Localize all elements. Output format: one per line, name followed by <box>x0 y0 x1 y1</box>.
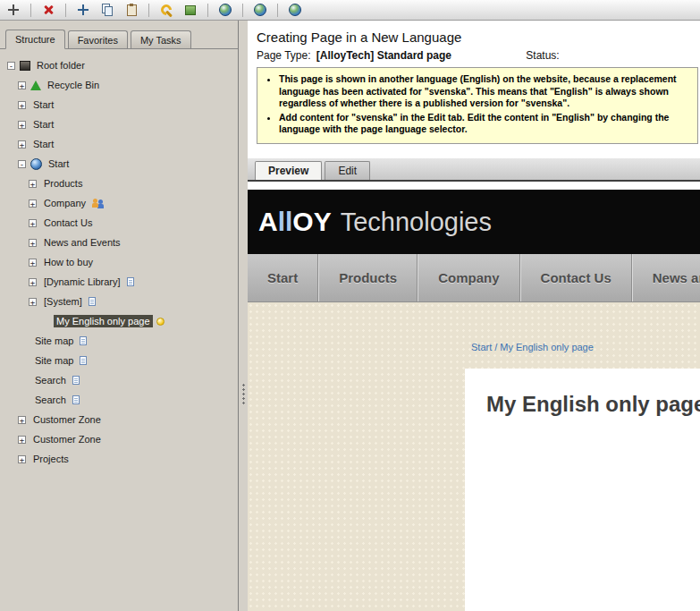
nav-news-and-events[interactable]: News and Events <box>632 254 700 301</box>
tree-item[interactable]: +Customer Zone <box>4 410 238 429</box>
expand-icon[interactable]: + <box>18 455 26 463</box>
alloy-logo: AllOYTechnologies <box>258 207 492 237</box>
tree-item[interactable]: Site map <box>4 351 238 370</box>
tab-favorites[interactable]: Favorites <box>68 30 128 48</box>
tab-edit[interactable]: Edit <box>325 161 370 180</box>
expand-icon[interactable]: + <box>29 239 37 247</box>
expand-icon[interactable]: + <box>18 101 26 109</box>
toolbar-separator <box>242 4 243 17</box>
tree-item-label: Site map <box>32 354 76 367</box>
tree-item[interactable]: +Start <box>4 115 238 134</box>
splitter-grip-icon[interactable] <box>241 383 246 406</box>
tree-item[interactable]: -Start <box>4 154 238 174</box>
move-button[interactable] <box>4 2 22 18</box>
tree-item[interactable]: +[System] <box>4 292 238 311</box>
breadcrumb: Start/My English only page <box>471 342 594 352</box>
nav-start[interactable]: Start <box>248 254 318 301</box>
tree-item[interactable]: Search <box>4 370 238 390</box>
nav-company[interactable]: Company <box>417 254 519 301</box>
tree-item[interactable]: +How to buy <box>4 252 238 272</box>
toolbar-separator <box>65 4 66 17</box>
breadcrumb-link[interactable]: Start <box>471 342 492 352</box>
globe-icon-2 <box>254 4 266 16</box>
tree-item[interactable]: +Customer Zone <box>4 429 238 449</box>
copy-button[interactable] <box>98 2 116 18</box>
tree-item[interactable]: +News and Events <box>4 233 238 252</box>
page-type-label: Page Type: <box>257 49 311 62</box>
tab-preview[interactable]: Preview <box>255 161 322 180</box>
tree-item-label: Start <box>30 118 56 131</box>
tree-item-label: Customer Zone <box>30 433 104 446</box>
toolbar <box>0 0 700 21</box>
left-tab-bar: StructureFavoritesMy Tasks <box>0 21 238 49</box>
expand-icon[interactable]: + <box>18 121 26 129</box>
tree-item-label: News and Events <box>41 236 123 249</box>
globe-2-button[interactable] <box>251 2 269 18</box>
expand-icon[interactable]: + <box>29 259 37 267</box>
nav-contact-us[interactable]: Contact Us <box>520 254 632 301</box>
site-nav: StartProductsCompanyContact UsNews and E… <box>248 254 700 302</box>
collapse-icon[interactable]: - <box>18 160 26 168</box>
page-icon <box>72 395 80 404</box>
tab-my-tasks[interactable]: My Tasks <box>131 30 191 48</box>
tree-item-label: [System] <box>41 295 85 308</box>
expand-icon[interactable]: + <box>29 180 37 188</box>
package-button[interactable] <box>181 2 199 18</box>
expand-icon[interactable]: + <box>18 140 26 149</box>
tree-item[interactable]: +Contact Us <box>4 213 238 233</box>
expand-icon[interactable]: + <box>18 436 26 444</box>
collapse-icon[interactable]: - <box>7 62 15 70</box>
page-icon <box>80 356 87 365</box>
tree-item-label: How to buy <box>41 256 96 268</box>
tree-item[interactable]: My English only page <box>4 311 238 331</box>
wrench-button[interactable] <box>157 2 175 18</box>
application-window: StructureFavoritesMy Tasks -Root folder+… <box>0 0 700 611</box>
tree-item[interactable]: Site map <box>4 331 238 351</box>
tree-item-label: Recycle Bin <box>45 79 102 91</box>
tree-item[interactable]: -Root folder <box>4 55 238 75</box>
globe-button[interactable] <box>216 2 234 18</box>
paste-button[interactable] <box>122 2 140 18</box>
toolbar-separator <box>277 4 278 17</box>
delete-icon <box>42 4 55 16</box>
view-tab-bar: PreviewEdit <box>248 158 700 182</box>
tree-item-label: Products <box>41 177 85 190</box>
breadcrumb-separator: / <box>494 342 497 352</box>
tree-item-label: Start <box>30 138 56 150</box>
toolbar-separator <box>207 4 208 17</box>
tree-item[interactable]: Search <box>4 390 238 410</box>
expand-icon[interactable]: + <box>29 219 37 227</box>
notice-bullet: Add content for "svenska" in the Edit ta… <box>279 112 677 136</box>
breadcrumb-link[interactable]: My English only page <box>500 342 594 352</box>
language-notice: This page is shown in another language (… <box>257 67 698 144</box>
workspace: StructureFavoritesMy Tasks -Root folder+… <box>0 21 700 611</box>
root-folder-icon <box>20 61 30 71</box>
tree-item[interactable]: +[Dynamic Library] <box>4 272 238 292</box>
globe-icon <box>30 158 42 170</box>
tree-item[interactable]: +Start <box>4 95 238 115</box>
expand-icon[interactable]: + <box>29 199 37 208</box>
expand-icon[interactable]: + <box>18 416 26 424</box>
expand-icon[interactable]: + <box>29 298 37 306</box>
tree-item[interactable]: +Start <box>4 134 238 154</box>
expand-icon[interactable]: + <box>29 278 37 286</box>
tree-item[interactable]: +Products <box>4 174 238 193</box>
tree-item[interactable]: +Company <box>4 193 238 213</box>
panel-splitter[interactable] <box>239 21 248 611</box>
tree-item-label: Projects <box>30 453 72 465</box>
tree-item[interactable]: +Recycle Bin <box>4 75 238 95</box>
logo-part: ll <box>278 207 293 236</box>
nav-products[interactable]: Products <box>318 254 417 301</box>
package-icon <box>184 4 197 16</box>
expand-icon[interactable]: + <box>18 81 26 89</box>
add-button[interactable] <box>74 2 92 18</box>
page-title: Creating Page in a New Language <box>257 30 700 45</box>
paste-icon <box>125 4 138 16</box>
page-tree: -Root folder+Recycle Bin+Start+Start+Sta… <box>0 49 238 611</box>
delete-button[interactable] <box>39 2 57 18</box>
logo-part: A <box>258 207 278 236</box>
globe-3-button[interactable] <box>286 2 304 18</box>
tab-structure[interactable]: Structure <box>5 30 65 49</box>
tree-item[interactable]: +Projects <box>4 449 238 469</box>
page-content-card: My English only page <box>465 369 700 611</box>
